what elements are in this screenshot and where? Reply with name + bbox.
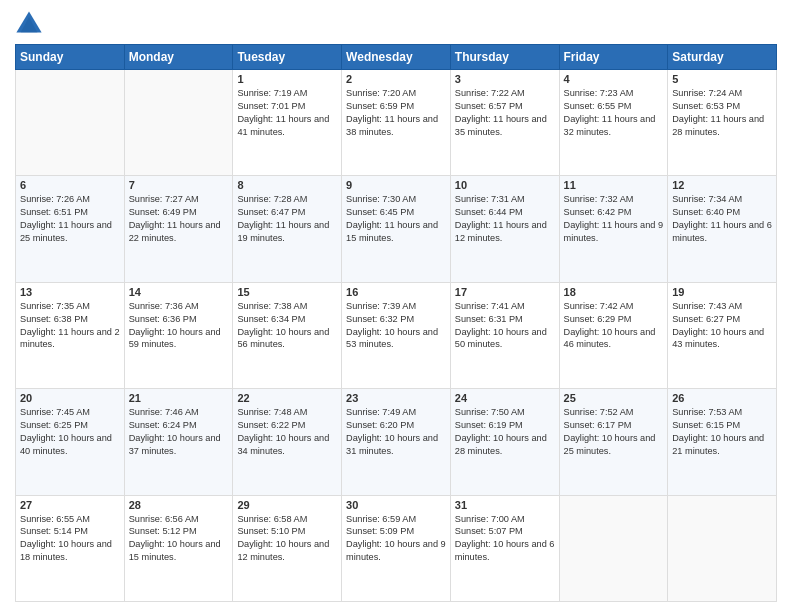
calendar-table: SundayMondayTuesdayWednesdayThursdayFrid… bbox=[15, 44, 777, 602]
day-number: 24 bbox=[455, 392, 555, 404]
day-info: Sunrise: 7:27 AM Sunset: 6:49 PM Dayligh… bbox=[129, 193, 229, 245]
calendar-cell: 22Sunrise: 7:48 AM Sunset: 6:22 PM Dayli… bbox=[233, 389, 342, 495]
day-info: Sunrise: 7:48 AM Sunset: 6:22 PM Dayligh… bbox=[237, 406, 337, 458]
calendar-cell: 10Sunrise: 7:31 AM Sunset: 6:44 PM Dayli… bbox=[450, 176, 559, 282]
day-number: 31 bbox=[455, 499, 555, 511]
day-info: Sunrise: 7:46 AM Sunset: 6:24 PM Dayligh… bbox=[129, 406, 229, 458]
calendar-cell: 4Sunrise: 7:23 AM Sunset: 6:55 PM Daylig… bbox=[559, 70, 668, 176]
calendar-cell: 18Sunrise: 7:42 AM Sunset: 6:29 PM Dayli… bbox=[559, 282, 668, 388]
day-info: Sunrise: 6:58 AM Sunset: 5:10 PM Dayligh… bbox=[237, 513, 337, 565]
calendar-cell: 20Sunrise: 7:45 AM Sunset: 6:25 PM Dayli… bbox=[16, 389, 125, 495]
day-number: 19 bbox=[672, 286, 772, 298]
day-info: Sunrise: 7:00 AM Sunset: 5:07 PM Dayligh… bbox=[455, 513, 555, 565]
day-number: 30 bbox=[346, 499, 446, 511]
calendar-cell: 13Sunrise: 7:35 AM Sunset: 6:38 PM Dayli… bbox=[16, 282, 125, 388]
day-info: Sunrise: 7:52 AM Sunset: 6:17 PM Dayligh… bbox=[564, 406, 664, 458]
col-header-friday: Friday bbox=[559, 45, 668, 70]
day-info: Sunrise: 7:30 AM Sunset: 6:45 PM Dayligh… bbox=[346, 193, 446, 245]
day-info: Sunrise: 7:42 AM Sunset: 6:29 PM Dayligh… bbox=[564, 300, 664, 352]
day-info: Sunrise: 7:23 AM Sunset: 6:55 PM Dayligh… bbox=[564, 87, 664, 139]
day-number: 29 bbox=[237, 499, 337, 511]
calendar-cell: 3Sunrise: 7:22 AM Sunset: 6:57 PM Daylig… bbox=[450, 70, 559, 176]
day-info: Sunrise: 6:55 AM Sunset: 5:14 PM Dayligh… bbox=[20, 513, 120, 565]
day-info: Sunrise: 7:49 AM Sunset: 6:20 PM Dayligh… bbox=[346, 406, 446, 458]
day-info: Sunrise: 7:34 AM Sunset: 6:40 PM Dayligh… bbox=[672, 193, 772, 245]
day-number: 15 bbox=[237, 286, 337, 298]
logo-icon bbox=[15, 10, 43, 38]
day-info: Sunrise: 7:28 AM Sunset: 6:47 PM Dayligh… bbox=[237, 193, 337, 245]
day-number: 20 bbox=[20, 392, 120, 404]
day-info: Sunrise: 7:53 AM Sunset: 6:15 PM Dayligh… bbox=[672, 406, 772, 458]
day-info: Sunrise: 7:50 AM Sunset: 6:19 PM Dayligh… bbox=[455, 406, 555, 458]
day-number: 22 bbox=[237, 392, 337, 404]
calendar-cell: 9Sunrise: 7:30 AM Sunset: 6:45 PM Daylig… bbox=[342, 176, 451, 282]
calendar-cell: 23Sunrise: 7:49 AM Sunset: 6:20 PM Dayli… bbox=[342, 389, 451, 495]
calendar-week-5: 27Sunrise: 6:55 AM Sunset: 5:14 PM Dayli… bbox=[16, 495, 777, 601]
day-number: 25 bbox=[564, 392, 664, 404]
calendar-cell: 12Sunrise: 7:34 AM Sunset: 6:40 PM Dayli… bbox=[668, 176, 777, 282]
day-number: 16 bbox=[346, 286, 446, 298]
calendar-cell: 25Sunrise: 7:52 AM Sunset: 6:17 PM Dayli… bbox=[559, 389, 668, 495]
day-number: 7 bbox=[129, 179, 229, 191]
day-number: 6 bbox=[20, 179, 120, 191]
col-header-sunday: Sunday bbox=[16, 45, 125, 70]
calendar-cell: 31Sunrise: 7:00 AM Sunset: 5:07 PM Dayli… bbox=[450, 495, 559, 601]
calendar-cell: 28Sunrise: 6:56 AM Sunset: 5:12 PM Dayli… bbox=[124, 495, 233, 601]
calendar-cell: 26Sunrise: 7:53 AM Sunset: 6:15 PM Dayli… bbox=[668, 389, 777, 495]
day-number: 27 bbox=[20, 499, 120, 511]
day-number: 17 bbox=[455, 286, 555, 298]
day-info: Sunrise: 7:26 AM Sunset: 6:51 PM Dayligh… bbox=[20, 193, 120, 245]
calendar-cell: 5Sunrise: 7:24 AM Sunset: 6:53 PM Daylig… bbox=[668, 70, 777, 176]
calendar-header-row: SundayMondayTuesdayWednesdayThursdayFrid… bbox=[16, 45, 777, 70]
day-number: 12 bbox=[672, 179, 772, 191]
calendar-cell: 21Sunrise: 7:46 AM Sunset: 6:24 PM Dayli… bbox=[124, 389, 233, 495]
col-header-thursday: Thursday bbox=[450, 45, 559, 70]
day-number: 28 bbox=[129, 499, 229, 511]
logo bbox=[15, 10, 47, 38]
calendar-cell: 15Sunrise: 7:38 AM Sunset: 6:34 PM Dayli… bbox=[233, 282, 342, 388]
calendar-cell bbox=[16, 70, 125, 176]
day-info: Sunrise: 7:36 AM Sunset: 6:36 PM Dayligh… bbox=[129, 300, 229, 352]
day-number: 14 bbox=[129, 286, 229, 298]
day-number: 5 bbox=[672, 73, 772, 85]
calendar-cell: 1Sunrise: 7:19 AM Sunset: 7:01 PM Daylig… bbox=[233, 70, 342, 176]
calendar-cell: 29Sunrise: 6:58 AM Sunset: 5:10 PM Dayli… bbox=[233, 495, 342, 601]
day-number: 1 bbox=[237, 73, 337, 85]
day-number: 23 bbox=[346, 392, 446, 404]
day-info: Sunrise: 7:43 AM Sunset: 6:27 PM Dayligh… bbox=[672, 300, 772, 352]
calendar-week-3: 13Sunrise: 7:35 AM Sunset: 6:38 PM Dayli… bbox=[16, 282, 777, 388]
day-info: Sunrise: 7:35 AM Sunset: 6:38 PM Dayligh… bbox=[20, 300, 120, 352]
calendar-cell: 2Sunrise: 7:20 AM Sunset: 6:59 PM Daylig… bbox=[342, 70, 451, 176]
day-number: 3 bbox=[455, 73, 555, 85]
calendar-week-4: 20Sunrise: 7:45 AM Sunset: 6:25 PM Dayli… bbox=[16, 389, 777, 495]
calendar-cell: 11Sunrise: 7:32 AM Sunset: 6:42 PM Dayli… bbox=[559, 176, 668, 282]
day-info: Sunrise: 7:31 AM Sunset: 6:44 PM Dayligh… bbox=[455, 193, 555, 245]
day-number: 9 bbox=[346, 179, 446, 191]
day-number: 18 bbox=[564, 286, 664, 298]
day-info: Sunrise: 7:41 AM Sunset: 6:31 PM Dayligh… bbox=[455, 300, 555, 352]
calendar-cell: 7Sunrise: 7:27 AM Sunset: 6:49 PM Daylig… bbox=[124, 176, 233, 282]
calendar-cell: 8Sunrise: 7:28 AM Sunset: 6:47 PM Daylig… bbox=[233, 176, 342, 282]
page: SundayMondayTuesdayWednesdayThursdayFrid… bbox=[0, 0, 792, 612]
day-number: 11 bbox=[564, 179, 664, 191]
day-info: Sunrise: 7:19 AM Sunset: 7:01 PM Dayligh… bbox=[237, 87, 337, 139]
day-number: 2 bbox=[346, 73, 446, 85]
calendar-cell bbox=[124, 70, 233, 176]
day-number: 10 bbox=[455, 179, 555, 191]
day-info: Sunrise: 7:20 AM Sunset: 6:59 PM Dayligh… bbox=[346, 87, 446, 139]
calendar-week-2: 6Sunrise: 7:26 AM Sunset: 6:51 PM Daylig… bbox=[16, 176, 777, 282]
calendar-cell bbox=[668, 495, 777, 601]
calendar-cell: 24Sunrise: 7:50 AM Sunset: 6:19 PM Dayli… bbox=[450, 389, 559, 495]
day-info: Sunrise: 7:38 AM Sunset: 6:34 PM Dayligh… bbox=[237, 300, 337, 352]
day-info: Sunrise: 7:32 AM Sunset: 6:42 PM Dayligh… bbox=[564, 193, 664, 245]
day-info: Sunrise: 7:45 AM Sunset: 6:25 PM Dayligh… bbox=[20, 406, 120, 458]
col-header-monday: Monday bbox=[124, 45, 233, 70]
calendar-cell: 14Sunrise: 7:36 AM Sunset: 6:36 PM Dayli… bbox=[124, 282, 233, 388]
calendar-cell: 17Sunrise: 7:41 AM Sunset: 6:31 PM Dayli… bbox=[450, 282, 559, 388]
day-number: 13 bbox=[20, 286, 120, 298]
calendar-cell: 16Sunrise: 7:39 AM Sunset: 6:32 PM Dayli… bbox=[342, 282, 451, 388]
calendar-cell: 6Sunrise: 7:26 AM Sunset: 6:51 PM Daylig… bbox=[16, 176, 125, 282]
day-info: Sunrise: 6:56 AM Sunset: 5:12 PM Dayligh… bbox=[129, 513, 229, 565]
day-info: Sunrise: 7:22 AM Sunset: 6:57 PM Dayligh… bbox=[455, 87, 555, 139]
day-info: Sunrise: 7:39 AM Sunset: 6:32 PM Dayligh… bbox=[346, 300, 446, 352]
